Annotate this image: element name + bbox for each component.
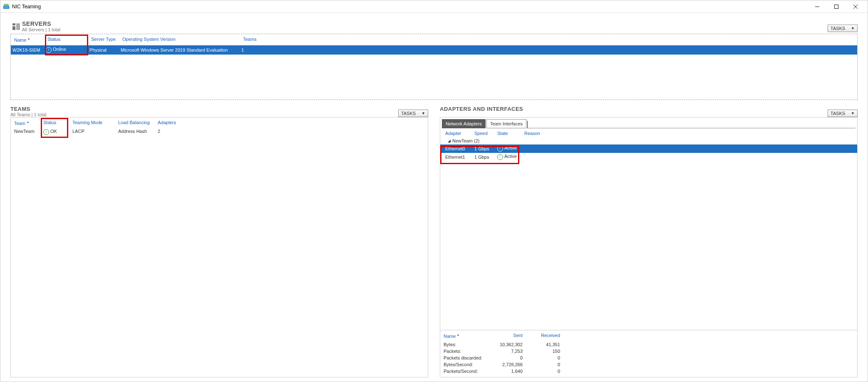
sort-asc-icon: ▴ [27,120,29,124]
stat-row: Bytes/Second: 2,728,266 0 [444,361,854,368]
window-controls [808,0,865,13]
title-bar: NIC Teaming [0,0,868,13]
adapter-name-cell: Ethernet0 [443,146,472,151]
tasks-label: TASKS [831,26,845,31]
adapter-rows: ◢ NewTeam (2) Ethernet0 1 Gbps ↑Active [440,137,857,161]
app-icon [3,3,10,10]
servers-column-header: Name▴ Status Server Type Operating Syste… [11,34,857,45]
stat-row: Packets/Second: 1,640 0 [444,368,854,375]
adapters-grid: Adapter Speed State Reason ◢ NewTeam (2) [440,128,857,377]
svg-rect-6 [12,23,15,25]
team-name-cell: NewTeam [12,129,42,135]
adapter-row[interactable]: Ethernet1 1 Gbps ↑Active [440,153,857,161]
sort-asc-icon: ▴ [457,333,459,337]
adapter-tabs: Network Adapters Team Interfaces [440,117,857,128]
nic-teaming-window: NIC Teaming SERVERS All Servers | 1 tota… [0,0,868,382]
column-adapters[interactable]: Adapters [156,120,189,126]
teams-grid: Team▴ Status Teaming Mode Load Balancing… [10,117,428,377]
teams-subtitle: All Teams | 1 total [10,112,46,117]
adapter-state-cell: ↑Active [495,154,522,160]
svg-rect-7 [12,26,15,30]
adapter-name-cell: Ethernet1 [443,155,472,160]
adapter-speed-cell: 1 Gbps [472,155,495,160]
column-state[interactable]: State [495,131,522,136]
window-title: NIC Teaming [12,4,808,10]
adapter-stats: Name▴ Sent Received Bytes: 10,362,302 41… [440,330,857,377]
servers-title: SERVERS [22,20,60,27]
column-adapter[interactable]: Adapter [443,131,472,136]
close-button[interactable] [846,0,865,13]
text-cursor [527,121,528,128]
column-name[interactable]: Name▴ [12,36,46,43]
servers-grid: Name▴ Status Server Type Operating Syste… [10,34,858,100]
adapter-row[interactable]: Ethernet0 1 Gbps ↑Active [440,145,857,153]
spacer [440,112,523,117]
column-status[interactable]: Status [46,36,89,43]
content-area: SERVERS All Servers | 1 total TASKS ▼ Na… [0,13,868,382]
column-load-balancing[interactable]: Load Balancing [117,120,156,126]
server-type-cell: Physical [88,47,119,52]
column-teams[interactable]: Teams [241,36,279,43]
teams-column-header: Team▴ Status Teaming Mode Load Balancing… [11,117,428,127]
column-server-type[interactable]: Server Type [89,36,121,43]
stats-column-header: Name▴ Sent Received [444,333,854,341]
minimize-button[interactable] [808,0,827,13]
adapter-state-cell: ↑Active [495,145,522,152]
adapters-column-header: Adapter Speed State Reason [440,128,857,137]
svg-rect-3 [835,5,838,8]
team-lb-cell: Address Hash [117,129,156,135]
column-reason[interactable]: Reason [522,131,551,136]
lower-split: TEAMS All Teams | 1 total TASKS ▼ Team▴ … [10,106,858,377]
teams-header-bar: TEAMS All Teams | 1 total TASKS ▼ [10,106,428,117]
status-up-icon: ↑ [497,146,503,152]
team-adapters-cell: 2 [156,129,189,135]
column-stat-name[interactable]: Name▴ [444,333,498,339]
sort-asc-icon: ▴ [28,37,30,40]
server-row[interactable]: W2K19-SIEM ↑Online Physical Microsoft Wi… [11,45,857,55]
servers-header: SERVERS All Servers | 1 total TASKS ▼ [10,20,858,32]
servers-tasks-button[interactable]: TASKS ▼ [828,25,858,32]
collapse-icon: ◢ [448,139,451,143]
server-name-cell: W2K19-SIEM [11,47,44,52]
column-team[interactable]: Team▴ [12,120,42,126]
svg-rect-1 [4,4,8,6]
team-status-cell: ↑OK [42,129,71,135]
column-sent[interactable]: Sent [498,333,531,339]
tab-team-interfaces[interactable]: Team Interfaces [486,119,526,128]
column-received[interactable]: Received [531,333,560,339]
maximize-button[interactable] [827,0,846,13]
adapters-body: Network Adapters Team Interfaces Adapter… [440,117,858,377]
teams-panel: TEAMS All Teams | 1 total TASKS ▼ Team▴ … [10,106,428,377]
stat-row: Bytes: 10,362,302 41,351 [444,341,854,348]
team-row[interactable]: NewTeam ↑OK LACP Address Hash 2 [11,127,428,137]
team-mode-cell: LACP [71,129,117,135]
column-speed[interactable]: Speed [472,131,495,136]
adapter-group-row[interactable]: ◢ NewTeam (2) [440,137,857,145]
adapters-panel: ADAPTERS AND INTERFACES TASKS ▼ Network … [440,106,858,377]
server-os-cell: Microsoft Windows Server 2019 Standard E… [119,47,240,52]
column-teaming-mode[interactable]: Teaming Mode [71,120,117,126]
chevron-down-icon: ▼ [851,26,855,30]
stat-row: Packets discarded: 0 0 [444,355,854,361]
servers-panel: SERVERS All Servers | 1 total TASKS ▼ Na… [10,20,858,100]
servers-icon [10,22,22,32]
status-up-icon: ↑ [43,129,49,135]
adapter-speed-cell: 1 Gbps [472,146,495,151]
tab-network-adapters[interactable]: Network Adapters [442,119,486,128]
status-up-icon: ↑ [497,154,503,160]
status-up-icon: ↑ [46,47,52,53]
column-status[interactable]: Status [42,120,71,126]
teams-title: TEAMS [10,106,46,112]
server-status-cell: ↑Online [44,47,88,53]
chevron-down-icon: ▼ [851,111,855,115]
adapters-header-bar: ADAPTERS AND INTERFACES TASKS ▼ [440,106,858,117]
servers-subtitle: All Servers | 1 total [22,27,60,32]
column-os[interactable]: Operating System Version [121,36,241,43]
teams-tasks-button[interactable]: TASKS ▼ [398,110,428,117]
adapters-tasks-button[interactable]: TASKS ▼ [828,110,858,117]
adapters-title: ADAPTERS AND INTERFACES [440,106,523,112]
stat-row: Packets: 7,253 150 [444,348,854,355]
server-teams-cell: 1 [240,47,277,52]
svg-rect-0 [3,6,9,9]
chevron-down-icon: ▼ [422,111,425,115]
